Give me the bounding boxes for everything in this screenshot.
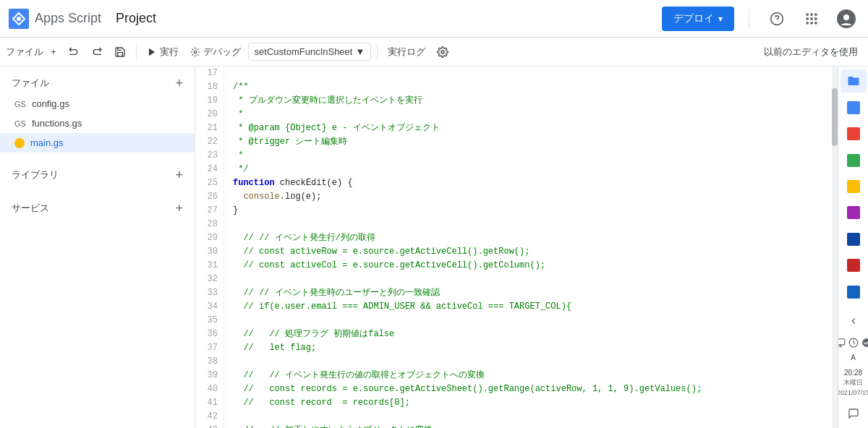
code-line-28: [233, 218, 832, 231]
right-icon-7[interactable]: [841, 254, 867, 277]
right-icon-folder[interactable]: [841, 69, 867, 93]
add-file-button[interactable]: +: [46, 43, 61, 60]
add-file-icon: +: [51, 46, 56, 57]
add-library-button[interactable]: +: [175, 168, 183, 181]
right-icon-2[interactable]: [841, 122, 867, 145]
undo-button[interactable]: [64, 43, 84, 61]
sidebar-item-config[interactable]: GS config.gs: [0, 94, 195, 114]
collapse-panel-button[interactable]: [841, 309, 867, 333]
account-icon: [837, 9, 856, 28]
settings-icon-button[interactable]: [433, 43, 453, 61]
right-icon-8[interactable]: [841, 281, 867, 304]
func-selector-label: setCustomFuncInSheet: [255, 46, 353, 57]
debug-button[interactable]: デバッグ: [186, 43, 245, 61]
run-button[interactable]: 実行: [142, 43, 183, 61]
svg-rect-18: [838, 338, 844, 344]
code-line-32: [233, 273, 832, 286]
log-button[interactable]: 実行ログ: [383, 43, 430, 61]
right-icon-1[interactable]: [841, 95, 867, 119]
debug-label: デバッグ: [203, 46, 241, 59]
date-display: 2021/07/15: [838, 389, 868, 396]
right-icon-6[interactable]: [841, 228, 867, 251]
svg-rect-8: [810, 17, 812, 20]
main-area: ファイル + GS config.gs GS functions.gs main…: [0, 67, 868, 428]
svg-rect-7: [807, 17, 809, 20]
line-number-30: 30: [201, 245, 218, 259]
svg-rect-12: [814, 22, 817, 24]
add-file-button-sidebar[interactable]: +: [175, 77, 183, 90]
line-number-23: 23: [201, 149, 218, 163]
files-section-label: ファイル: [12, 77, 49, 90]
save-button[interactable]: [110, 43, 130, 61]
line-number-19: 19: [201, 94, 218, 108]
font-display: A: [851, 352, 856, 363]
line-numbers: 1718192021222324252627282930313233343536…: [195, 67, 224, 428]
blue-app-icon: [847, 101, 860, 114]
code-line-36: // // 処理フラグ 初期値はfalse: [233, 328, 832, 341]
add-service-button[interactable]: +: [175, 202, 183, 215]
code-content[interactable]: /** * プルダウン変更時に選択したイベントを実行 * * @param {O…: [224, 67, 832, 428]
run-icon: [147, 47, 157, 57]
scrollbar-thumb[interactable]: [832, 88, 838, 146]
gs-icon-functions: GS: [14, 119, 26, 128]
code-line-23: *: [233, 149, 832, 163]
code-line-30: // const activeRow = e.source.getActiveC…: [233, 245, 832, 259]
deploy-chevron-icon: ▾: [718, 14, 723, 24]
code-line-37: // let flag;: [233, 341, 832, 355]
code-line-17: [233, 67, 832, 80]
time-display: 20:28: [844, 369, 862, 377]
services-header: サービス +: [0, 197, 195, 219]
libraries-section: ライブラリ +: [0, 158, 195, 192]
account-button[interactable]: [833, 6, 859, 32]
code-line-33: // // イベント発生時のユーザーと列の一致確認: [233, 286, 832, 300]
code-editor[interactable]: 1718192021222324252627282930313233343536…: [195, 67, 838, 428]
sidebar-item-main[interactable]: main.gs: [0, 133, 195, 153]
log-label: 実行ログ: [388, 46, 425, 59]
toolbar-sep-1: [136, 45, 137, 59]
services-section: サービス +: [0, 192, 195, 225]
files-section: ファイル + GS config.gs GS functions.gs main…: [0, 67, 195, 158]
services-label: サービス: [12, 202, 49, 215]
prev-editor-button[interactable]: 以前のエディタを使用: [760, 43, 862, 61]
prev-editor-label: 以前のエディタを使用: [764, 46, 858, 59]
line-number-26: 26: [201, 190, 218, 204]
code-line-25: function checkEdit(e) {: [233, 176, 832, 190]
scrollbar-area[interactable]: [832, 67, 838, 428]
system-tray: [838, 336, 868, 349]
svg-point-17: [441, 51, 444, 54]
debug-icon: [190, 47, 200, 57]
code-line-24: */: [233, 163, 832, 176]
function-selector[interactable]: setCustomFuncInSheet ▼: [248, 43, 372, 61]
deploy-button[interactable]: デプロイ ▾: [662, 7, 734, 31]
red-app-icon: [847, 127, 860, 140]
line-number-37: 37: [201, 341, 218, 355]
files-header: ファイル +: [0, 72, 195, 94]
chat-button[interactable]: [841, 402, 867, 425]
svg-point-14: [843, 14, 849, 20]
save-icon: [114, 46, 126, 58]
toolbar: ファイル + 実行 デバッグ setCustomFuncInSheet ▼ 実行…: [0, 38, 868, 67]
redo-button[interactable]: [87, 43, 107, 61]
svg-rect-4: [807, 13, 809, 15]
line-number-32: 32: [201, 273, 218, 286]
right-icon-3[interactable]: [841, 148, 867, 171]
line-number-27: 27: [201, 204, 218, 218]
right-icon-5[interactable]: [841, 201, 867, 224]
chat-icon: [848, 408, 859, 419]
dark-red-app-icon: [847, 259, 860, 272]
code-line-43: // // 加工しやすいようオブジェクトに変換: [233, 424, 832, 428]
code-line-31: // const activeCol = e.source.getActiveC…: [233, 259, 832, 273]
tray-icon-1: [838, 338, 846, 348]
code-line-34: // if(e.user.email === ADMIN_USER && act…: [233, 300, 832, 314]
sidebar-item-functions[interactable]: GS functions.gs: [0, 114, 195, 133]
svg-point-16: [194, 51, 197, 54]
line-number-43: 43: [201, 424, 218, 428]
code-line-21: * @param {Object} e - イベントオブジェクト: [233, 121, 832, 135]
yellow-app-icon: [847, 180, 860, 193]
help-button[interactable]: [764, 6, 790, 32]
svg-rect-6: [814, 13, 817, 15]
right-icon-4[interactable]: [841, 175, 867, 198]
deploy-label: デプロイ: [673, 12, 714, 25]
grid-button[interactable]: [799, 6, 825, 32]
line-number-17: 17: [201, 67, 218, 80]
